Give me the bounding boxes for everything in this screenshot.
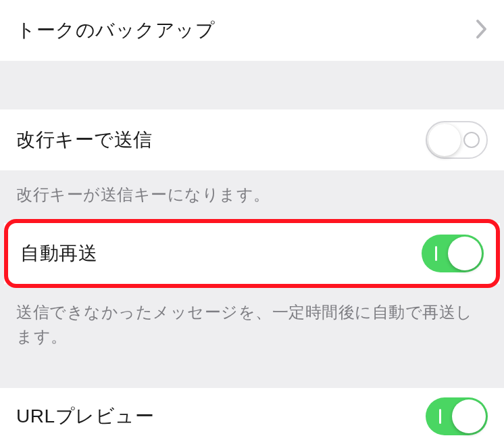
toggle-off-indicator-icon xyxy=(463,132,480,148)
toggle-knob xyxy=(428,124,461,156)
url-preview-toggle[interactable] xyxy=(426,397,488,435)
enter-send-row: 改行キーで送信 xyxy=(0,110,504,170)
auto-resend-toggle[interactable] xyxy=(422,235,484,272)
toggle-knob xyxy=(452,399,486,433)
section-separator xyxy=(0,61,504,110)
enter-send-toggle[interactable] xyxy=(426,121,488,159)
auto-resend-label: 自動再送 xyxy=(20,241,97,266)
url-preview-row: URLプレビュー xyxy=(0,388,504,438)
url-preview-label: URLプレビュー xyxy=(16,404,154,429)
toggle-on-indicator-icon xyxy=(435,246,437,261)
section-separator xyxy=(0,361,504,388)
backup-label: トークのバックアップ xyxy=(16,18,215,43)
auto-resend-description: 送信できなかったメッセージを、一定時間後に自動で再送します。 xyxy=(0,288,504,361)
toggle-knob xyxy=(448,237,482,270)
toggle-on-indicator-icon xyxy=(439,409,441,424)
enter-send-label: 改行キーで送信 xyxy=(16,127,153,153)
auto-resend-row: 自動再送 xyxy=(4,223,500,284)
backup-row[interactable]: トークのバックアップ xyxy=(0,0,504,61)
chevron-right-icon xyxy=(476,19,488,42)
auto-resend-highlight: 自動再送 xyxy=(0,219,504,288)
enter-send-description: 改行キーが送信キーになります。 xyxy=(0,170,504,219)
